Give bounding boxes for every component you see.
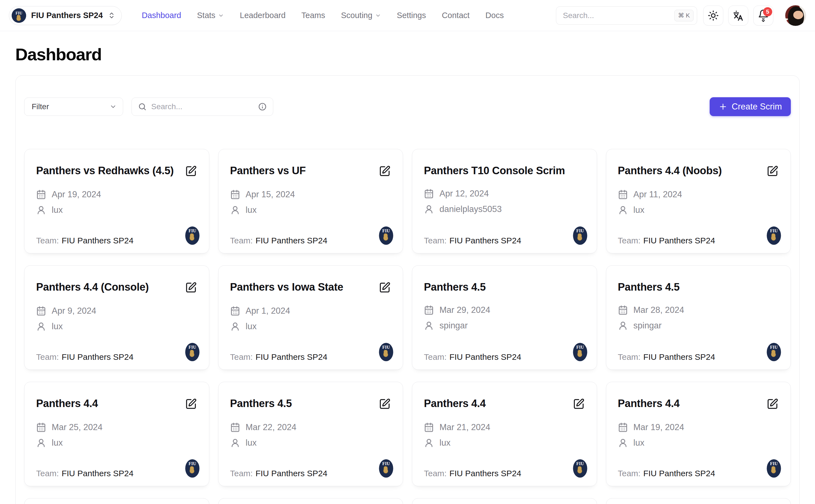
theme-toggle-button[interactable] xyxy=(703,6,723,26)
filter-select-label: Filter xyxy=(32,102,49,111)
scrim-date: Mar 21, 2024 xyxy=(440,422,490,432)
team-logo: FIU xyxy=(379,343,393,361)
nav-link-docs[interactable]: Docs xyxy=(485,11,504,20)
scrim-card[interactable]: Panthers 4.4 Mar 19, 2024 xyxy=(606,382,791,486)
edit-scrim-button[interactable] xyxy=(766,398,779,411)
nav-link-stats[interactable]: Stats xyxy=(197,11,224,20)
team-logo: FIU xyxy=(185,226,199,245)
team-name: FIU Panthers SP24 xyxy=(643,352,715,362)
team-logo-text: FIU xyxy=(576,228,584,233)
calendar-icon xyxy=(230,189,240,199)
scrim-card[interactable]: Panthers T10 Console Scrim Apr 12, 2024 … xyxy=(412,149,597,253)
user-icon xyxy=(36,321,46,331)
calendar-icon xyxy=(36,422,46,432)
scrim-card-partial xyxy=(24,498,209,504)
edit-pencil-icon xyxy=(185,282,197,293)
scrim-date: Mar 25, 2024 xyxy=(52,422,103,432)
edit-scrim-button[interactable] xyxy=(184,165,197,178)
nav-link-settings[interactable]: Settings xyxy=(397,11,426,20)
scrim-card[interactable]: Panthers 4.5 Mar 28, 2024 spingar Team: xyxy=(606,265,791,370)
create-scrim-label: Create Scrim xyxy=(732,102,782,112)
language-button[interactable] xyxy=(728,6,748,26)
team-logo-text: FIU xyxy=(770,228,778,233)
scrim-title: Panthers 4.5 xyxy=(424,281,585,294)
filter-select[interactable]: Filter xyxy=(24,98,123,116)
team-logo: FIU xyxy=(379,459,393,478)
scrim-owner: lux xyxy=(246,438,257,448)
scrim-owner: lux xyxy=(52,438,63,448)
global-search-input[interactable] xyxy=(563,11,674,20)
team-name: FIU Panthers SP24 xyxy=(643,236,715,245)
user-icon xyxy=(618,438,628,448)
nav-link-dashboard[interactable]: Dashboard xyxy=(142,11,181,20)
user-icon xyxy=(230,321,240,331)
team-logo-text: FIU xyxy=(382,228,390,233)
team-label: Team: xyxy=(36,236,59,245)
team-logo-text: FIU xyxy=(770,461,778,466)
edit-scrim-button[interactable] xyxy=(572,398,585,411)
scrim-card[interactable]: Panthers 4.4 Mar 21, 2024 xyxy=(412,382,597,486)
scrim-card[interactable]: Panthers vs Redhawks (4.5) Apr 19, 2024 xyxy=(24,149,209,253)
global-search-box[interactable]: ⌘ K xyxy=(556,6,697,25)
page-title: Dashboard xyxy=(15,44,800,64)
team-label: Team: xyxy=(424,236,447,245)
edit-scrim-button[interactable] xyxy=(378,398,391,411)
team-logo: FIU xyxy=(185,343,199,361)
team-logo-text: FIU xyxy=(188,461,196,466)
user-icon xyxy=(230,438,240,448)
nav-link-contact[interactable]: Contact xyxy=(442,11,470,20)
translate-languages-icon xyxy=(732,10,744,21)
team-name: FIU Panthers SP24 xyxy=(450,469,521,478)
nav-link-teams[interactable]: Teams xyxy=(301,11,325,20)
team-label: Team: xyxy=(618,469,641,478)
team-label: Team: xyxy=(618,352,641,362)
edit-scrim-button[interactable] xyxy=(184,398,197,411)
team-selector-label: FIU Panthers SP24 xyxy=(31,11,103,20)
team-logo-text: FIU xyxy=(576,345,584,350)
team-selector[interactable]: FIU FIU Panthers SP24 xyxy=(9,6,122,25)
scrim-title: Panthers vs Iowa State xyxy=(230,281,373,294)
scrim-card[interactable]: Panthers 4.4 Mar 25, 2024 xyxy=(24,382,209,486)
team-logo: FIU xyxy=(767,343,781,361)
scrim-title: Panthers 4.4 xyxy=(424,397,567,410)
team-label: Team: xyxy=(424,352,447,362)
team-logo: FIU xyxy=(379,226,393,245)
scrim-card[interactable]: Panthers 4.4 (Console) Apr 9, 2024 xyxy=(24,265,209,370)
edit-scrim-button[interactable] xyxy=(378,165,391,178)
edit-pencil-icon xyxy=(185,165,197,177)
nav-link-scouting[interactable]: Scouting xyxy=(341,11,381,20)
edit-scrim-button[interactable] xyxy=(766,165,779,178)
scrim-title: Panthers T10 Console Scrim xyxy=(424,164,585,178)
team-logo-text: FIU xyxy=(16,11,22,15)
scrim-card[interactable]: Panthers 4.5 Mar 29, 2024 spingar Team: xyxy=(412,265,597,370)
team-logo-text: FIU xyxy=(576,461,584,466)
info-icon[interactable] xyxy=(258,102,267,111)
team-label: Team: xyxy=(230,236,253,245)
scrim-search-box[interactable] xyxy=(131,98,273,116)
team-name: FIU Panthers SP24 xyxy=(62,469,133,478)
create-scrim-button[interactable]: Create Scrim xyxy=(710,97,791,116)
team-logo-text: FIU xyxy=(188,228,196,233)
notification-count-badge: 5 xyxy=(763,7,772,16)
edit-scrim-button[interactable] xyxy=(378,281,391,295)
chevron-down-icon xyxy=(375,13,381,19)
scrim-search-input[interactable] xyxy=(151,102,253,111)
user-icon xyxy=(36,438,46,448)
team-label: Team: xyxy=(36,469,59,478)
chevron-down-icon xyxy=(218,13,224,19)
scrim-card[interactable]: Panthers vs Iowa State Apr 1, 2024 xyxy=(218,265,403,370)
chevron-down-icon xyxy=(109,103,117,110)
scrim-card[interactable]: Panthers vs UF Apr 15, 2024 xyxy=(218,149,403,253)
calendar-icon xyxy=(424,189,434,199)
nav-link-leaderboard[interactable]: Leaderboard xyxy=(240,11,285,20)
scrim-card[interactable]: Panthers 4.5 Mar 22, 2024 xyxy=(218,382,403,486)
edit-scrim-button[interactable] xyxy=(184,281,197,295)
notifications-button[interactable]: 5 xyxy=(753,6,773,26)
user-avatar[interactable] xyxy=(785,5,806,26)
team-label: Team: xyxy=(618,236,641,245)
scrim-card[interactable]: Panthers 4.4 (Noobs) Apr 11, 2024 xyxy=(606,149,791,253)
scrim-owner: lux xyxy=(634,205,645,215)
scrim-title: Panthers 4.4 (Noobs) xyxy=(618,164,761,178)
primary-nav: Dashboard Stats Leaderboard Teams Scouti… xyxy=(142,11,504,20)
calendar-icon xyxy=(618,189,628,199)
